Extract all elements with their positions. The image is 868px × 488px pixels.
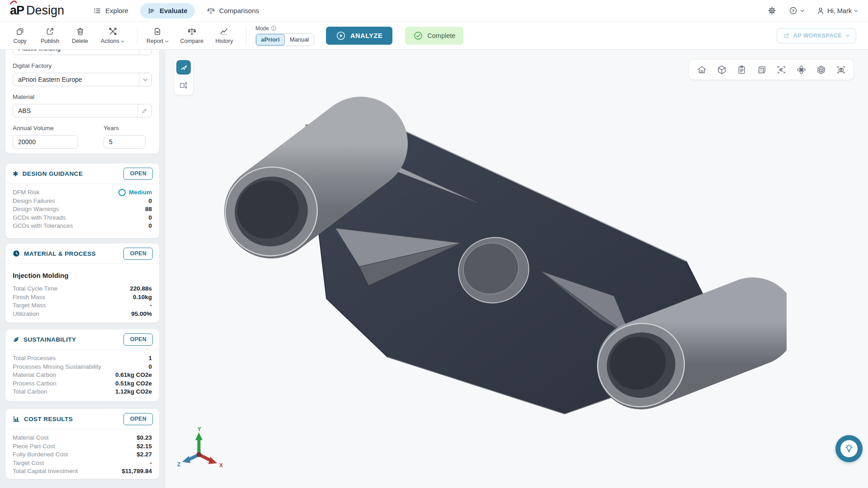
sustainability-open-button[interactable]: OPEN — [123, 333, 153, 346]
help-icon: ? — [788, 6, 798, 15]
copy-label: Copy — [13, 38, 26, 44]
home-view-button[interactable] — [693, 61, 711, 78]
section-view-button[interactable] — [752, 61, 770, 78]
mode-toggle: aPriori Manual — [255, 33, 314, 46]
top-right-controls: ? Hi, Mark — [767, 6, 858, 15]
primary-nav: Explore Evaluate Comparisons — [86, 3, 266, 19]
stat-row: Utilization95.00% — [13, 310, 152, 319]
help-button[interactable]: ? — [788, 6, 804, 15]
publish-label: Publish — [41, 38, 59, 44]
material-label: Material — [13, 94, 152, 100]
status-badge: Complete — [405, 27, 463, 45]
status-label: Complete — [427, 32, 455, 39]
actions-label: Actions — [101, 38, 119, 44]
cost-results-panel: COST RESULTS OPEN Material Cost$0.23 Pie… — [5, 409, 159, 479]
z-axis-label: Z — [177, 461, 180, 468]
nav-explore[interactable]: Explore — [86, 3, 136, 19]
analyze-button[interactable]: ANALYZE — [326, 27, 392, 45]
ap-workspace-button[interactable]: AP WORKSPACE — [777, 28, 856, 43]
digital-factory-label: Digital Factory — [13, 62, 152, 69]
top-nav: aP Design Explore Evaluate Comparisons — [0, 0, 868, 22]
years-label: Years — [104, 125, 146, 131]
cost-results-title: COST RESULTS — [24, 416, 73, 422]
report-label: Report — [146, 38, 164, 44]
snapshot-button[interactable] — [832, 61, 850, 78]
annual-volume-input[interactable] — [13, 135, 78, 149]
exploded-view-button[interactable] — [812, 61, 830, 78]
digital-factory-select[interactable]: aPriori Eastern Europe — [13, 73, 152, 86]
process-group-value: Plastic Molding — [18, 50, 135, 52]
analyze-label: ANALYZE — [350, 32, 382, 39]
left-sidebar: Plastic Molding Digital Factory aPriori … — [0, 50, 165, 488]
edit-pencil-icon[interactable] — [142, 108, 148, 114]
report-menu-button[interactable]: Report — [146, 27, 169, 44]
cad-model-rocker-arm[interactable] — [217, 90, 787, 425]
x-axis-label: X — [219, 462, 223, 469]
stat-row: Material Carbon0.61kg CO2e — [13, 371, 152, 380]
copy-button[interactable]: Copy — [11, 27, 29, 44]
eye-brackets-icon — [776, 65, 787, 75]
chevron-down-icon — [800, 9, 804, 12]
user-icon — [816, 6, 825, 15]
mode-option-apriori[interactable]: aPriori — [256, 34, 285, 46]
stat-row: Total Carbon1.12kg CO2e — [13, 388, 152, 396]
material-process-panel: MATERIAL & PROCESS OPEN Injection Moldin… — [5, 244, 159, 323]
part-details-button[interactable] — [732, 61, 750, 78]
iso-view-button[interactable] — [712, 61, 731, 78]
history-button[interactable]: History — [215, 27, 233, 44]
gear-icon — [767, 6, 777, 15]
stat-row: GCDs with Threads0 — [13, 214, 152, 222]
actions-menu-button[interactable]: Actions — [101, 27, 124, 44]
design-guidance-open-button[interactable]: OPEN — [123, 168, 153, 180]
camera-brackets-icon — [836, 65, 846, 75]
viewer-toolbar — [689, 60, 854, 80]
digital-factory-value: aPriori Eastern Europe — [18, 76, 135, 83]
chevron-down-icon — [143, 50, 148, 50]
material-field[interactable]: ABS — [13, 104, 152, 117]
settings-button[interactable] — [767, 6, 777, 15]
workspace-label: AP WORKSPACE — [793, 33, 842, 39]
toolbar-divider — [246, 27, 246, 45]
user-menu[interactable]: Hi, Mark — [816, 6, 858, 15]
chevron-down-icon — [165, 40, 169, 42]
material-process-open-button[interactable]: OPEN — [123, 248, 153, 260]
chevron-down-icon — [854, 9, 858, 12]
scale-icon — [207, 6, 215, 15]
orbit-button[interactable] — [792, 61, 810, 78]
bar-chart-icon — [13, 415, 20, 422]
y-axis-label: Y — [198, 427, 201, 432]
compare-button[interactable]: Compare — [180, 27, 203, 44]
mode-label: Mode — [255, 25, 269, 32]
stat-row: Target Cost- — [13, 459, 152, 468]
grid-cube-icon — [816, 65, 826, 75]
info-icon[interactable] — [271, 25, 277, 31]
app-logo[interactable]: aP Design — [10, 4, 64, 18]
report-icon — [153, 27, 162, 36]
material-process-title: MATERIAL & PROCESS — [24, 250, 96, 257]
measure-tool-button[interactable] — [176, 78, 191, 93]
fit-view-button[interactable] — [772, 61, 790, 78]
delete-button[interactable]: Delete — [71, 27, 89, 44]
logo-breve-icon — [10, 0, 17, 5]
tips-fab-button[interactable] — [835, 435, 863, 462]
leaf-icon — [13, 336, 19, 343]
select-tool-button[interactable] — [176, 60, 191, 75]
check-circle-icon — [413, 31, 423, 41]
nav-comparisons[interactable]: Comparisons — [199, 3, 266, 19]
publish-button[interactable]: Publish — [41, 27, 59, 44]
x-axis-arrow — [208, 457, 217, 464]
cost-results-open-button[interactable]: OPEN — [123, 413, 153, 425]
material-value: ABS — [18, 107, 134, 114]
dfm-risk-value: Medium — [129, 188, 152, 197]
nav-evaluate[interactable]: Evaluate — [140, 3, 195, 19]
stat-row: Design Warnings88 — [13, 205, 152, 214]
tools-icon — [108, 27, 118, 36]
process-group-select[interactable]: Plastic Molding — [13, 50, 152, 55]
home-icon — [697, 65, 707, 75]
scenario-inputs-card: Plastic Molding Digital Factory aPriori … — [5, 50, 159, 154]
years-input[interactable] — [104, 135, 146, 149]
stat-row: GCDs with Tolerances0 — [13, 222, 152, 230]
chevron-down-icon — [143, 78, 148, 81]
mode-option-manual[interactable]: Manual — [285, 34, 314, 46]
stat-row: Fully Burdened Cost$2.27 — [13, 450, 152, 459]
